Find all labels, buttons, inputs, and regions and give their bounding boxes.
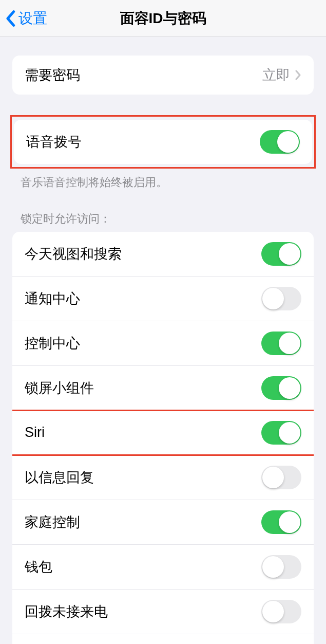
back-label: 设置 xyxy=(18,9,47,28)
wallet-label: 钱包 xyxy=(25,558,52,576)
require-passcode-value: 立即 xyxy=(262,66,301,84)
today-view-row: 今天视图和搜索 xyxy=(12,232,314,276)
usb-accessories-row: USB配件 xyxy=(12,634,314,644)
return-calls-row: 回拨未接来电 xyxy=(12,589,314,634)
wallet-toggle[interactable] xyxy=(261,555,301,579)
today-view-label: 今天视图和搜索 xyxy=(25,245,122,263)
today-view-toggle[interactable] xyxy=(261,242,301,266)
navbar: 设置 面容ID与密码 xyxy=(0,0,326,37)
lock-access-group: 今天视图和搜索 通知中心 控制中心 锁屏小组件 Siri 以信息回复 家庭控制 xyxy=(12,232,314,644)
highlight-voice-dial: 语音拨号 xyxy=(10,115,316,169)
require-passcode-group: 需要密码 立即 xyxy=(12,56,314,95)
home-control-row: 家庭控制 xyxy=(12,500,314,544)
voice-dial-row: 语音拨号 xyxy=(14,120,312,164)
wallet-row: 钱包 xyxy=(12,544,314,589)
voice-dial-footer: 音乐语音控制将始终被启用。 xyxy=(0,169,326,191)
lock-screen-widgets-label: 锁屏小组件 xyxy=(25,379,94,397)
home-control-label: 家庭控制 xyxy=(25,513,80,531)
require-passcode-row[interactable]: 需要密码 立即 xyxy=(12,56,314,95)
control-center-toggle[interactable] xyxy=(261,332,301,355)
page-title: 面容ID与密码 xyxy=(0,9,326,28)
control-center-label: 控制中心 xyxy=(25,334,80,353)
lock-access-header: 锁定时允许访问： xyxy=(0,211,326,232)
lock-screen-widgets-row: 锁屏小组件 xyxy=(12,365,314,410)
reply-message-label: 以信息回复 xyxy=(25,468,94,487)
lock-screen-widgets-toggle[interactable] xyxy=(261,376,301,400)
require-passcode-label: 需要密码 xyxy=(25,66,80,84)
siri-label: Siri xyxy=(25,425,45,440)
notification-center-row: 通知中心 xyxy=(12,276,314,321)
notification-center-label: 通知中心 xyxy=(25,289,80,308)
reply-message-row: 以信息回复 xyxy=(12,455,314,500)
siri-toggle[interactable] xyxy=(261,421,301,445)
back-button[interactable]: 设置 xyxy=(0,9,47,28)
chevron-right-icon xyxy=(295,70,301,80)
reply-message-toggle[interactable] xyxy=(261,466,301,489)
chevron-left-icon xyxy=(5,10,15,27)
return-calls-label: 回拨未接来电 xyxy=(25,602,108,621)
siri-row: Siri xyxy=(12,410,314,455)
control-center-row: 控制中心 xyxy=(12,321,314,365)
voice-dial-toggle[interactable] xyxy=(260,130,300,154)
return-calls-toggle[interactable] xyxy=(261,600,301,623)
voice-dial-label: 语音拨号 xyxy=(26,133,82,151)
home-control-toggle[interactable] xyxy=(261,510,301,534)
notification-center-toggle[interactable] xyxy=(261,287,301,310)
